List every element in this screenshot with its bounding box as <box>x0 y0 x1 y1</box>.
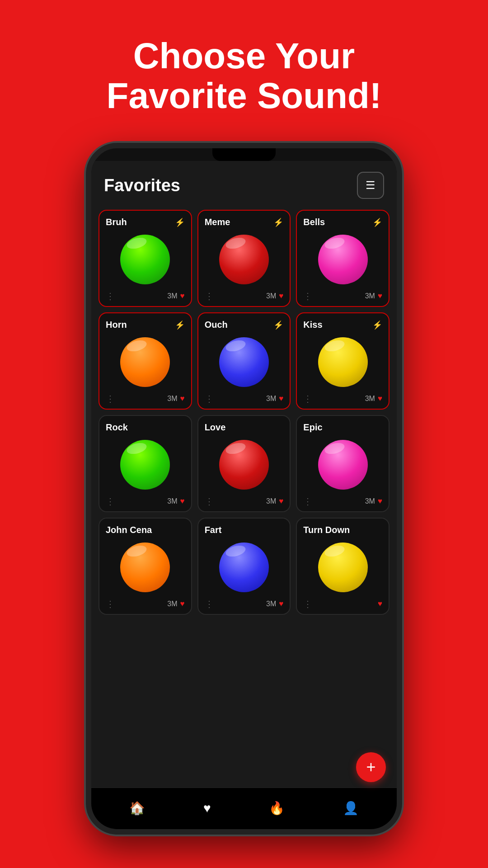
bottom-nav: 🏠♥🔥👤 <box>91 788 397 828</box>
card-title-row: Horn ⚡ <box>106 320 185 330</box>
card-footer: ⋮ 3M ♥ <box>106 291 185 302</box>
sound-card-ouch[interactable]: Ouch ⚡ ⋮ 3M ♥ <box>197 312 291 410</box>
sound-card-bruh[interactable]: Bruh ⚡ ⋮ 3M ♥ <box>99 210 192 307</box>
more-icon[interactable]: ⋮ <box>205 393 213 404</box>
sound-card-horn[interactable]: Horn ⚡ ⋮ 3M ♥ <box>99 312 192 410</box>
sound-card-kiss[interactable]: Kiss ⚡ ⋮ 3M ♥ <box>296 312 389 410</box>
card-footer: ⋮ 3M ♥ <box>205 496 284 507</box>
more-icon[interactable]: ⋮ <box>205 291 213 302</box>
card-name: Horn <box>106 320 127 330</box>
sound-card-bells[interactable]: Bells ⚡ ⋮ 3M ♥ <box>296 210 389 307</box>
more-icon[interactable]: ⋮ <box>205 496 213 507</box>
indicator-bar <box>217 834 271 835</box>
app-header: Favorites ☰ <box>91 161 397 206</box>
sound-card-epic[interactable]: Epic ⋮ 3M ♥ <box>296 415 389 512</box>
phone-notch <box>212 148 276 161</box>
stats: 3M ♥ <box>266 394 283 403</box>
lightning-icon: ⚡ <box>273 217 283 227</box>
card-title-row: Kiss ⚡ <box>303 320 382 330</box>
app-screen: Favorites ☰ Bruh ⚡ ⋮ 3M ♥ <box>91 161 397 835</box>
sound-button[interactable] <box>219 440 269 490</box>
heart-icon: ♥ <box>378 394 382 403</box>
stats: ♥ <box>375 599 382 609</box>
card-footer: ⋮ ♥ <box>303 599 382 609</box>
sound-button[interactable] <box>219 337 269 387</box>
stats: 3M ♥ <box>365 497 382 506</box>
more-icon[interactable]: ⋮ <box>106 599 114 609</box>
sound-card-fart[interactable]: Fart ⋮ 3M ♥ <box>197 518 291 615</box>
stats: 3M ♥ <box>266 599 283 609</box>
sound-card-rock[interactable]: Rock ⋮ 3M ♥ <box>99 415 192 512</box>
card-name: Bruh <box>106 217 127 227</box>
more-icon[interactable]: ⋮ <box>205 599 213 609</box>
heart-icon: ♥ <box>279 292 283 301</box>
card-title-row: Bruh ⚡ <box>106 217 185 227</box>
play-count: 3M <box>365 395 375 403</box>
sound-button[interactable] <box>219 235 269 284</box>
card-footer: ⋮ 3M ♥ <box>106 599 185 609</box>
card-name: Fart <box>205 525 222 535</box>
play-count: 3M <box>266 292 276 300</box>
sound-button[interactable] <box>318 337 368 387</box>
more-icon[interactable]: ⋮ <box>303 496 311 507</box>
sound-card-john-cena[interactable]: John Cena ⋮ 3M ♥ <box>99 518 192 615</box>
play-count: 3M <box>167 292 177 300</box>
lightning-icon: ⚡ <box>273 320 283 330</box>
sound-button[interactable] <box>219 542 269 592</box>
card-footer: ⋮ 3M ♥ <box>205 393 284 404</box>
card-name: John Cena <box>106 525 152 535</box>
play-count: 3M <box>365 497 375 505</box>
lightning-icon: ⚡ <box>372 217 382 227</box>
sound-card-love[interactable]: Love ⋮ 3M ♥ <box>197 415 291 512</box>
lightning-icon: ⚡ <box>175 320 185 330</box>
lightning-icon: ⚡ <box>175 217 185 227</box>
sound-button[interactable] <box>120 235 170 284</box>
card-title-row: Epic <box>303 422 382 433</box>
nav-item-profile[interactable]: 👤 <box>343 801 359 816</box>
lightning-icon: ⚡ <box>372 320 382 330</box>
card-footer: ⋮ 3M ♥ <box>303 496 382 507</box>
heart-icon: ♥ <box>279 599 283 609</box>
sound-button[interactable] <box>120 440 170 490</box>
sound-button[interactable] <box>318 235 368 284</box>
more-icon[interactable]: ⋮ <box>106 291 114 302</box>
more-icon[interactable]: ⋮ <box>106 496 114 507</box>
card-title-row: Fart <box>205 525 284 535</box>
sound-button[interactable] <box>318 440 368 490</box>
app-title: Favorites <box>104 176 180 195</box>
more-icon[interactable]: ⋮ <box>303 393 311 404</box>
sound-button[interactable] <box>318 542 368 592</box>
card-title-row: John Cena <box>106 525 185 535</box>
card-name: Rock <box>106 422 128 433</box>
card-title-row: Meme ⚡ <box>205 217 284 227</box>
play-count: 3M <box>167 497 177 505</box>
sound-card-meme[interactable]: Meme ⚡ ⋮ 3M ♥ <box>197 210 291 307</box>
more-icon[interactable]: ⋮ <box>303 291 311 302</box>
headline: Choose Your Favorite Sound! <box>80 36 409 116</box>
card-name: Meme <box>205 217 230 227</box>
filter-button[interactable]: ☰ <box>357 172 384 199</box>
card-name: Epic <box>303 422 322 433</box>
play-count: 3M <box>266 395 276 403</box>
nav-item-home[interactable]: 🏠 <box>129 801 145 816</box>
sound-button[interactable] <box>120 542 170 592</box>
more-icon[interactable]: ⋮ <box>303 599 311 609</box>
nav-item-trending[interactable]: 🔥 <box>269 801 285 816</box>
card-title-row: Bells ⚡ <box>303 217 382 227</box>
card-footer: ⋮ 3M ♥ <box>205 599 284 609</box>
phone-frame: Favorites ☰ Bruh ⚡ ⋮ 3M ♥ <box>86 143 402 835</box>
sound-button[interactable] <box>120 337 170 387</box>
add-button[interactable]: + <box>356 752 386 782</box>
nav-item-favorites[interactable]: ♥ <box>203 801 211 816</box>
heart-icon: ♥ <box>378 497 382 506</box>
heart-icon: ♥ <box>378 292 382 301</box>
play-count: 3M <box>266 600 276 608</box>
sound-card-turn-down[interactable]: Turn Down ⋮ ♥ <box>296 518 389 615</box>
card-name: Ouch <box>205 320 228 330</box>
card-title-row: Love <box>205 422 284 433</box>
card-title-row: Rock <box>106 422 185 433</box>
heart-icon: ♥ <box>279 497 283 506</box>
more-icon[interactable]: ⋮ <box>106 393 114 404</box>
card-footer: ⋮ 3M ♥ <box>303 393 382 404</box>
card-title-row: Ouch ⚡ <box>205 320 284 330</box>
